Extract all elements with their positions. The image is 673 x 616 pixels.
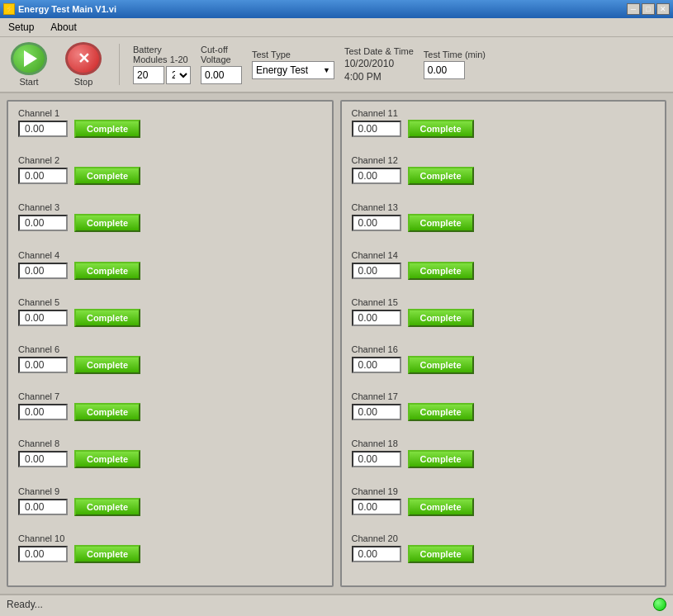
status-bar: Ready... bbox=[0, 594, 673, 614]
channel-value-2[interactable] bbox=[352, 168, 401, 184]
channel-group-5: Channel 5Complete bbox=[18, 297, 322, 343]
test-time-input[interactable] bbox=[424, 61, 465, 79]
test-date-label: Test Date & Time bbox=[344, 46, 414, 56]
complete-button-3[interactable]: Complete bbox=[408, 214, 474, 232]
channel-label-3: Channel 13 bbox=[352, 202, 410, 212]
channel-value-5[interactable] bbox=[352, 310, 401, 326]
channel-value-9[interactable] bbox=[18, 499, 68, 515]
channel-value-8[interactable] bbox=[352, 451, 401, 467]
menu-about[interactable]: About bbox=[45, 20, 81, 35]
channel-value-4[interactable] bbox=[352, 263, 401, 279]
stop-button[interactable]: ✕ Stop bbox=[61, 42, 106, 87]
close-button[interactable]: ✕ bbox=[656, 3, 670, 15]
complete-button-9[interactable]: Complete bbox=[74, 498, 140, 516]
complete-button-6[interactable]: Complete bbox=[408, 356, 474, 374]
channel-value-4[interactable] bbox=[18, 263, 68, 279]
channel-value-6[interactable] bbox=[18, 357, 68, 373]
complete-button-4[interactable]: Complete bbox=[408, 262, 474, 280]
window-title: Energy Test Main V1.vi bbox=[18, 4, 116, 14]
test-type-dropdown[interactable]: Energy Test ▼ bbox=[252, 61, 334, 79]
channel-label-4: Channel 14 bbox=[352, 250, 410, 260]
cutoff-voltage-input[interactable] bbox=[201, 66, 242, 84]
complete-button-2[interactable]: Complete bbox=[74, 167, 140, 185]
complete-button-3[interactable]: Complete bbox=[74, 214, 140, 232]
channel-label-6: Channel 16 bbox=[352, 344, 410, 354]
complete-button-9[interactable]: Complete bbox=[408, 498, 474, 516]
battery-modules-select[interactable]: 20 bbox=[166, 66, 191, 84]
complete-button-10[interactable]: Complete bbox=[74, 545, 140, 563]
minimize-button[interactable]: ─ bbox=[627, 3, 640, 15]
complete-button-4[interactable]: Complete bbox=[74, 262, 140, 280]
channel-group-3: Channel 13Complete bbox=[352, 202, 656, 248]
channel-value-7[interactable] bbox=[352, 404, 401, 420]
channel-label-9: Channel 19 bbox=[352, 486, 410, 496]
channel-group-8: Channel 8Complete bbox=[18, 438, 322, 484]
channel-controls-7: Complete bbox=[18, 403, 322, 421]
channel-controls-3: Complete bbox=[18, 214, 322, 232]
channel-value-7[interactable] bbox=[18, 404, 68, 420]
channel-value-5[interactable] bbox=[18, 310, 68, 326]
channel-group-2: Channel 12Complete bbox=[352, 155, 656, 201]
title-bar: ⚡ Energy Test Main V1.vi ─ □ ✕ bbox=[0, 0, 673, 18]
start-button[interactable]: Start bbox=[7, 42, 51, 87]
channel-value-8[interactable] bbox=[18, 451, 68, 467]
complete-button-8[interactable]: Complete bbox=[408, 450, 474, 468]
channel-value-3[interactable] bbox=[18, 215, 68, 231]
channel-group-1: Channel 11Complete bbox=[352, 108, 656, 154]
channel-label-9: Channel 9 bbox=[18, 486, 76, 496]
channel-controls-2: Complete bbox=[352, 167, 656, 185]
channel-label-8: Channel 18 bbox=[352, 438, 410, 448]
complete-button-1[interactable]: Complete bbox=[408, 120, 474, 138]
channel-value-10[interactable] bbox=[18, 546, 68, 562]
complete-button-7[interactable]: Complete bbox=[408, 403, 474, 421]
status-text: Ready... bbox=[7, 599, 43, 610]
channel-label-2: Channel 2 bbox=[18, 155, 76, 165]
channel-value-1[interactable] bbox=[352, 121, 401, 137]
channel-value-3[interactable] bbox=[352, 215, 401, 231]
battery-modules-input[interactable] bbox=[133, 66, 164, 84]
channel-value-10[interactable] bbox=[352, 546, 401, 562]
window-controls: ─ □ ✕ bbox=[627, 3, 670, 15]
test-type-value: Energy Test bbox=[256, 64, 308, 76]
start-label: Start bbox=[19, 77, 38, 87]
maximize-button[interactable]: □ bbox=[642, 3, 655, 15]
start-icon bbox=[11, 42, 47, 75]
complete-button-10[interactable]: Complete bbox=[408, 545, 474, 563]
test-date-field: Test Date & Time 10/20/2010 4:00 PM bbox=[344, 46, 414, 83]
channel-label-1: Channel 11 bbox=[352, 108, 410, 118]
test-type-field: Test Type Energy Test ▼ bbox=[252, 50, 334, 79]
complete-button-5[interactable]: Complete bbox=[74, 309, 140, 327]
complete-button-5[interactable]: Complete bbox=[408, 309, 474, 327]
channel-label-5: Channel 5 bbox=[18, 297, 76, 307]
stop-label: Stop bbox=[74, 77, 93, 87]
channel-label-7: Channel 7 bbox=[18, 391, 76, 401]
channel-value-2[interactable] bbox=[18, 168, 68, 184]
complete-button-1[interactable]: Complete bbox=[74, 120, 140, 138]
toolbar-separator bbox=[119, 44, 120, 85]
complete-button-8[interactable]: Complete bbox=[74, 450, 140, 468]
stop-icon: ✕ bbox=[65, 42, 102, 75]
channel-controls-4: Complete bbox=[352, 262, 656, 280]
channel-value-9[interactable] bbox=[352, 499, 401, 515]
channel-group-6: Channel 6Complete bbox=[18, 344, 322, 390]
channel-controls-10: Complete bbox=[18, 545, 322, 563]
complete-button-2[interactable]: Complete bbox=[408, 167, 474, 185]
complete-button-7[interactable]: Complete bbox=[74, 403, 140, 421]
stop-x-icon: ✕ bbox=[78, 51, 90, 66]
menu-setup[interactable]: Setup bbox=[3, 20, 39, 35]
channel-label-3: Channel 3 bbox=[18, 202, 76, 212]
channel-group-9: Channel 19Complete bbox=[352, 486, 656, 532]
main-content: Channel 1CompleteChannel 2CompleteChanne… bbox=[0, 93, 673, 594]
channel-value-6[interactable] bbox=[352, 357, 401, 373]
test-time-label: Test Time (min) bbox=[424, 50, 486, 59]
channel-label-10: Channel 20 bbox=[352, 533, 410, 543]
test-date-value: 10/20/2010 bbox=[344, 58, 414, 69]
channel-controls-2: Complete bbox=[18, 167, 322, 185]
channel-label-8: Channel 8 bbox=[18, 438, 76, 448]
channel-controls-6: Complete bbox=[18, 356, 322, 374]
channel-group-4: Channel 14Complete bbox=[352, 250, 656, 296]
complete-button-6[interactable]: Complete bbox=[74, 356, 140, 374]
channel-controls-8: Complete bbox=[352, 450, 656, 468]
channel-controls-9: Complete bbox=[18, 498, 322, 516]
channel-value-1[interactable] bbox=[18, 121, 68, 137]
